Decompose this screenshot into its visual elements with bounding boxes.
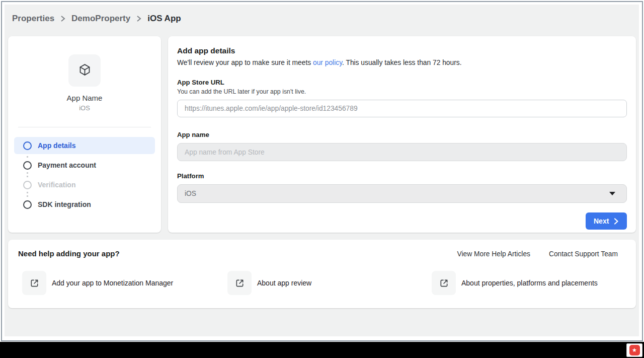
breadcrumb: Properties DemoProperty iOS App [12,14,181,24]
external-link-icon [227,271,252,295]
step-label: Payment account [38,161,96,169]
step-label: SDK integration [38,200,91,208]
next-button-label: Next [594,217,609,225]
panel-title: Add app details [177,46,627,55]
step-radio-icon [23,181,32,189]
help-section: Need help adding your app? View More Hel… [8,240,636,308]
breadcrumb-item-current: iOS App [147,14,181,24]
step-label: App details [38,141,75,150]
help-links: View More Help Articles Contact Support … [457,250,618,258]
review-notice-text: We'll review your app to make sure it me… [177,59,313,66]
app-background: Properties DemoProperty iOS App [5,5,639,336]
step-payment-account[interactable]: Payment account [14,157,155,174]
form-actions: Next [177,212,627,230]
chevron-right-icon [136,15,142,22]
review-notice-text: . This usually takes less than 72 hours. [342,59,461,66]
help-article-app-review[interactable]: About app review [227,271,311,295]
platform-select[interactable]: iOS [177,184,627,203]
chevron-right-icon [60,15,66,22]
app-name-label: App name [177,131,627,138]
app-name-text: App Name [8,94,161,102]
step-label: Verification [38,181,75,189]
platform-label: Platform [177,172,627,180]
app-store-url-helper: You can add the URL later if your app is… [177,88,627,95]
add-app-details-panel: Add app details We'll review your app to… [168,36,636,233]
step-radio-icon [23,161,32,170]
help-article-properties-platforms[interactable]: About properties, platforms and placemen… [432,271,598,295]
view-more-help-articles-link[interactable]: View More Help Articles [457,250,530,258]
next-button[interactable]: Next [586,212,627,230]
setup-steps-nav: App details Payment account Verification… [14,137,155,213]
review-notice: We'll review your app to make sure it me… [177,59,627,66]
breadcrumb-item-demoproperty[interactable]: DemoProperty [71,14,130,24]
star-icon: ★ [629,345,640,355]
platform-select-value: iOS [185,190,196,197]
external-link-icon [22,271,46,295]
app-store-url-label: App Store URL [177,79,627,86]
help-title: Need help adding your app? [18,249,120,258]
cube-icon [78,63,92,79]
app-name-input [177,143,627,161]
external-link-icon [432,271,456,295]
caret-down-icon [609,192,615,195]
step-verification: Verification [14,176,155,193]
breadcrumb-item-properties[interactable]: Properties [12,14,54,24]
extension-badge[interactable]: ★ [626,343,642,357]
app-platform-text: iOS [8,104,161,112]
divider [18,127,151,127]
app-store-url-input[interactable] [177,100,627,117]
chevron-right-icon [613,218,619,225]
help-article-label: About properties, platforms and placemen… [461,279,598,287]
app-summary-card: App Name iOS App details Payment account… [8,36,161,233]
step-radio-icon [23,200,32,209]
step-app-details[interactable]: App details [14,137,155,154]
step-sdk-integration[interactable]: SDK integration [14,196,155,213]
browser-window: Properties DemoProperty iOS App [1,1,643,341]
help-header: Need help adding your app? View More Hel… [8,240,636,258]
help-article-label: Add your app to Monetization Manager [52,279,173,287]
step-radio-icon [23,141,32,150]
contact-support-team-link[interactable]: Contact Support Team [549,250,618,258]
our-policy-link[interactable]: our policy [313,59,342,66]
bottom-bar: ★ [0,342,644,358]
app-icon-placeholder [68,54,101,87]
help-article-monetization-manager[interactable]: Add your app to Monetization Manager [22,271,173,295]
help-article-label: About app review [257,279,311,287]
